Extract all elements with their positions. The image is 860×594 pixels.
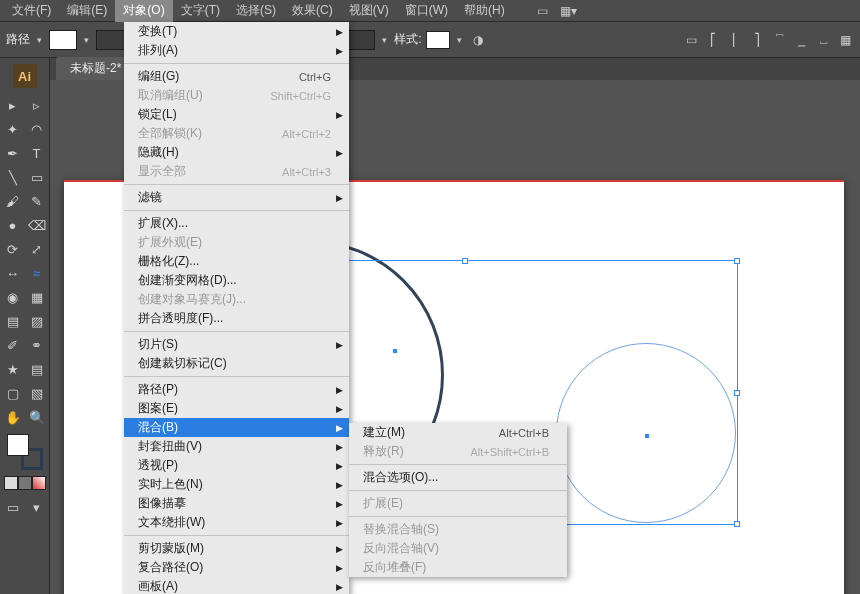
rectangle-tool[interactable]: ▭ (26, 166, 48, 188)
handle-rc[interactable] (734, 390, 740, 396)
blob-brush-tool[interactable]: ● (2, 214, 24, 236)
align-right-icon[interactable]: ⎤ (748, 31, 766, 49)
object-menu-item-15[interactable]: 创建渐变网格(D)... (124, 271, 349, 290)
menu-help[interactable]: 帮助(H) (456, 0, 513, 22)
object-menu-item-32[interactable]: 复合路径(O)▶ (124, 558, 349, 577)
blend-menu-item-3[interactable]: 混合选项(O)... (349, 468, 567, 487)
chevron-down-icon[interactable]: ▾ (81, 35, 92, 45)
menu-object[interactable]: 对象(O) (115, 0, 172, 22)
scale-tool[interactable]: ⤢ (26, 238, 48, 260)
slice-tool[interactable]: ▧ (26, 382, 48, 404)
style-swatch[interactable] (426, 31, 450, 49)
menu-item-label: 路径(P) (138, 381, 331, 398)
menu-item-label: 扩展(X)... (138, 215, 331, 232)
object-menu-item-28[interactable]: 图像描摹▶ (124, 494, 349, 513)
object-menu-item-29[interactable]: 文本绕排(W)▶ (124, 513, 349, 532)
fill-swatch[interactable] (49, 30, 77, 50)
menu-effect[interactable]: 效果(C) (284, 0, 341, 22)
line-tool[interactable]: ╲ (2, 166, 24, 188)
center-anchor-2 (645, 434, 649, 438)
object-menu-item-25[interactable]: 封套扭曲(V)▶ (124, 437, 349, 456)
object-menu-item-33[interactable]: 画板(A)▶ (124, 577, 349, 594)
object-menu-item-3[interactable]: 编组(G)Ctrl+G (124, 67, 349, 86)
screen-mode-more-icon[interactable]: ▾ (26, 496, 48, 518)
align-center-icon[interactable]: ⎢ (726, 31, 744, 49)
object-menu-item-1[interactable]: 排列(A)▶ (124, 41, 349, 60)
eyedropper-tool[interactable]: ✐ (2, 334, 24, 356)
handle-tc[interactable] (462, 258, 468, 264)
zoom-tool[interactable]: 🔍 (26, 406, 48, 428)
submenu-arrow-icon: ▶ (336, 442, 343, 452)
menu-select[interactable]: 选择(S) (228, 0, 284, 22)
menu-edit[interactable]: 编辑(E) (59, 0, 115, 22)
draw-behind-icon[interactable] (18, 476, 32, 490)
draw-inside-icon[interactable] (32, 476, 46, 490)
selection-tool[interactable]: ▸ (2, 94, 24, 116)
center-anchor-1 (393, 349, 397, 353)
mesh-tool[interactable]: ▤ (2, 310, 24, 332)
object-menu-item-5[interactable]: 锁定(L)▶ (124, 105, 349, 124)
menu-item-label: 替换混合轴(S) (363, 521, 549, 538)
type-tool[interactable]: T (26, 142, 48, 164)
blend-menu-item-0[interactable]: 建立(M)Alt+Ctrl+B (349, 423, 567, 442)
shape-builder-tool[interactable]: ◉ (2, 286, 24, 308)
pen-tool[interactable]: ✒ (2, 142, 24, 164)
symbol-tool[interactable]: ★ (2, 358, 24, 380)
chevron-down-icon[interactable]: ▾ (34, 35, 45, 45)
submenu-arrow-icon: ▶ (336, 148, 343, 158)
blend-tool[interactable]: ⚭ (26, 334, 48, 356)
align-left-icon[interactable]: ⎡ (704, 31, 722, 49)
object-menu-item-19[interactable]: 切片(S)▶ (124, 335, 349, 354)
rotate-tool[interactable]: ⟳ (2, 238, 24, 260)
menu-window[interactable]: 窗口(W) (397, 0, 456, 22)
layout-icon[interactable]: ▦▾ (554, 2, 583, 20)
doc-icon[interactable]: ▭ (531, 2, 554, 20)
object-menu-item-0[interactable]: 变换(T)▶ (124, 22, 349, 41)
brush-tool[interactable]: 🖌 (2, 190, 24, 212)
width-tool[interactable]: ↔ (2, 262, 24, 284)
transform-icon[interactable]: ▦ (836, 31, 854, 49)
path-label: 路径 (6, 31, 30, 48)
eraser-tool[interactable]: ⌫ (26, 214, 48, 236)
object-menu-item-26[interactable]: 透视(P)▶ (124, 456, 349, 475)
fill-stroke-control[interactable] (7, 434, 43, 470)
menu-item-label: 变换(T) (138, 23, 331, 40)
magic-wand-tool[interactable]: ✦ (2, 118, 24, 140)
perspective-tool[interactable]: ▦ (26, 286, 48, 308)
draw-normal-icon[interactable] (4, 476, 18, 490)
fill-color[interactable] (7, 434, 29, 456)
artboard-tool[interactable]: ▢ (2, 382, 24, 404)
menu-file[interactable]: 文件(F) (4, 0, 59, 22)
menu-text[interactable]: 文字(T) (173, 0, 228, 22)
chevron-down-icon[interactable]: ▾ (379, 35, 390, 45)
object-menu-item-12[interactable]: 扩展(X)... (124, 214, 349, 233)
object-menu-item-22[interactable]: 路径(P)▶ (124, 380, 349, 399)
object-menu-item-7[interactable]: 隐藏(H)▶ (124, 143, 349, 162)
object-menu-item-14[interactable]: 栅格化(Z)... (124, 252, 349, 271)
object-menu-item-27[interactable]: 实时上色(N)▶ (124, 475, 349, 494)
align-bottom-icon[interactable]: ⎵ (814, 31, 832, 49)
object-menu-item-10[interactable]: 滤镜▶ (124, 188, 349, 207)
object-menu-item-23[interactable]: 图案(E)▶ (124, 399, 349, 418)
object-menu-item-31[interactable]: 剪切蒙版(M)▶ (124, 539, 349, 558)
warp-tool[interactable]: ≈ (26, 262, 48, 284)
graph-tool[interactable]: ▤ (26, 358, 48, 380)
pencil-tool[interactable]: ✎ (26, 190, 48, 212)
recolor-icon[interactable]: ◑ (469, 31, 487, 49)
align-top-icon[interactable]: ⎴ (770, 31, 788, 49)
object-menu-item-17[interactable]: 拼合透明度(F)... (124, 309, 349, 328)
align-icon[interactable]: ▭ (682, 31, 700, 49)
lasso-tool[interactable]: ◠ (26, 118, 48, 140)
align-middle-icon[interactable]: ⎯ (792, 31, 810, 49)
screen-mode-icon[interactable]: ▭ (2, 496, 24, 518)
menu-item-label: 隐藏(H) (138, 144, 331, 161)
handle-tr[interactable] (734, 258, 740, 264)
hand-tool[interactable]: ✋ (2, 406, 24, 428)
chevron-down-icon[interactable]: ▾ (454, 35, 465, 45)
gradient-tool[interactable]: ▨ (26, 310, 48, 332)
direct-selection-tool[interactable]: ▹ (26, 94, 48, 116)
menu-view[interactable]: 视图(V) (341, 0, 397, 22)
handle-br[interactable] (734, 521, 740, 527)
object-menu-item-24[interactable]: 混合(B)▶ (124, 418, 349, 437)
object-menu-item-20[interactable]: 创建裁切标记(C) (124, 354, 349, 373)
